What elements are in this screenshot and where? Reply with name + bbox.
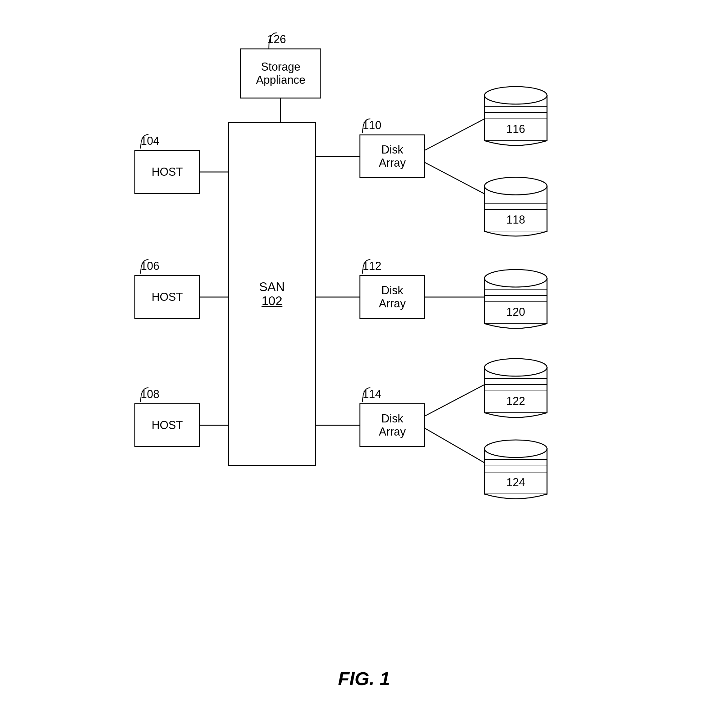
svg-text:122: 122 [506, 395, 525, 407]
san-box: SAN 102 [228, 122, 316, 466]
disk-118: 118 [481, 175, 550, 238]
host1-box: HOST [135, 150, 200, 194]
bracket-126 [260, 31, 278, 50]
disk-array2-box: DiskArray [359, 275, 425, 319]
disk-124: 124 [481, 438, 550, 500]
svg-text:124: 124 [506, 476, 525, 489]
disk-array3-box: DiskArray [359, 403, 425, 447]
disk-array1-box: DiskArray [359, 135, 425, 178]
diagram: Storage Appliance 126 SAN 102 HOST 104 H… [0, 0, 728, 727]
bracket-106 [131, 258, 150, 275]
svg-line-7 [425, 119, 485, 150]
svg-text:116: 116 [506, 122, 525, 135]
bracket-112 [353, 258, 372, 275]
disk-122: 122 [481, 357, 550, 419]
disk-116: 116 [481, 84, 550, 147]
svg-point-37 [485, 440, 547, 458]
storage-appliance-label: Storage Appliance [241, 60, 320, 87]
host2-box: HOST [135, 275, 200, 319]
storage-appliance-box: Storage Appliance [240, 49, 321, 98]
svg-point-25 [485, 269, 547, 287]
svg-point-31 [485, 359, 547, 376]
bracket-108 [131, 386, 150, 403]
host3-label: HOST [151, 419, 183, 432]
disk-array3-label: DiskArray [379, 412, 406, 438]
svg-line-10 [425, 385, 485, 416]
svg-text:118: 118 [506, 213, 525, 226]
bracket-110 [353, 117, 372, 135]
host2-label: HOST [151, 291, 183, 304]
svg-line-8 [425, 162, 485, 194]
svg-line-11 [425, 429, 485, 463]
figure-caption: FIG. 1 [338, 668, 390, 689]
connection-lines [0, 0, 728, 727]
san-ref: 102 [259, 294, 285, 308]
svg-point-13 [485, 87, 547, 104]
disk-array2-label: DiskArray [379, 284, 406, 310]
svg-point-19 [485, 177, 547, 195]
bracket-104 [131, 133, 150, 150]
host1-label: HOST [151, 165, 183, 179]
svg-text:120: 120 [506, 306, 525, 318]
disk-120: 120 [481, 267, 550, 330]
san-text: SAN [259, 280, 285, 294]
host3-box: HOST [135, 403, 200, 447]
san-label: SAN 102 [259, 280, 285, 308]
disk-array1-label: DiskArray [379, 143, 406, 170]
bracket-114 [353, 386, 372, 403]
